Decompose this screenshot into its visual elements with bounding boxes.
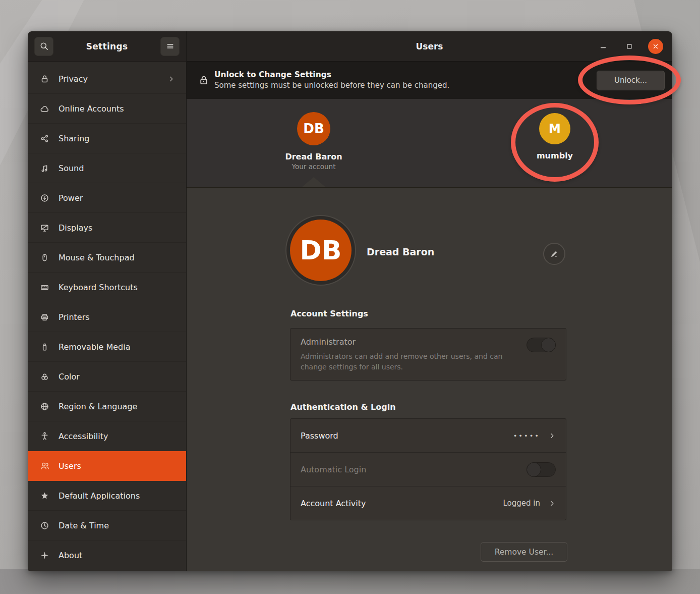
sidebar-item-color[interactable]: Color xyxy=(28,362,186,392)
sidebar-list: PrivacyOnline AccountsSharingSoundPowerD… xyxy=(28,62,186,571)
chevron-right-icon xyxy=(167,75,175,83)
sound-icon xyxy=(40,163,50,173)
sidebar-item-label: Privacy xyxy=(59,74,159,84)
maximize-button[interactable] xyxy=(622,39,637,54)
pencil-icon xyxy=(549,249,559,259)
row-account-activity[interactable]: Account ActivityLogged in xyxy=(290,487,566,520)
row-password[interactable]: Password••••• xyxy=(290,419,566,453)
chevron-right-icon xyxy=(548,432,556,440)
sidebar-item-region-language[interactable]: Region & Language xyxy=(28,392,186,421)
sidebar-item-keyboard-shortcuts[interactable]: Keyboard Shortcuts xyxy=(28,273,186,302)
close-icon xyxy=(652,42,660,50)
sidebar-item-users[interactable]: Users xyxy=(28,451,186,481)
printer-icon xyxy=(40,312,50,322)
row-label: Automatic Login xyxy=(301,465,527,474)
sidebar-item-accessibility[interactable]: Accessibility xyxy=(28,421,186,451)
cloud-icon xyxy=(40,103,50,114)
close-button[interactable] xyxy=(648,39,663,54)
keyboard-icon xyxy=(40,282,50,292)
power-icon xyxy=(40,193,50,203)
account-settings-heading: Account Settings xyxy=(290,309,368,318)
search-button[interactable] xyxy=(34,37,53,56)
administrator-toggle[interactable] xyxy=(527,338,556,352)
users-icon xyxy=(40,461,50,471)
minimize-button[interactable] xyxy=(596,39,611,54)
sidebar-item-label: Default Applications xyxy=(59,491,175,501)
user-chip-mumbly[interactable]: Mmumbly xyxy=(504,112,605,160)
administrator-label: Administrator xyxy=(301,337,556,347)
mouse-icon xyxy=(40,252,50,262)
lock-icon xyxy=(198,75,209,86)
unlock-banner-text: Unlock to Change Settings Some settings … xyxy=(214,69,592,91)
unlock-banner-subtitle: Some settings must be unlocked before th… xyxy=(214,80,592,91)
clock-icon xyxy=(40,520,50,530)
sidebar-item-label: Sound xyxy=(59,164,175,173)
sidebar-item-sound[interactable]: Sound xyxy=(28,153,186,183)
authentication-login-box: Password•••••Automatic LoginAccount Acti… xyxy=(290,418,566,520)
user-chip-dread-baron[interactable]: DBDread BaronYour account xyxy=(263,112,364,171)
sidebar-item-label: Color xyxy=(59,372,175,382)
content-header: Users xyxy=(187,31,672,62)
toggle-knob xyxy=(527,462,541,477)
sidebar-item-sharing[interactable]: Sharing xyxy=(28,124,186,153)
app-title: Settings xyxy=(86,41,128,51)
accessibility-icon xyxy=(40,431,50,441)
sidebar-item-default-applications[interactable]: Default Applications xyxy=(28,481,186,511)
unlock-banner: Unlock to Change Settings Some settings … xyxy=(187,62,672,99)
row-automatic-login[interactable]: Automatic Login xyxy=(290,453,566,487)
sidebar-item-online-accounts[interactable]: Online Accounts xyxy=(28,94,186,124)
administrator-description: Administrators can add and remove other … xyxy=(301,351,512,372)
sidebar-item-mouse-touchpad[interactable]: Mouse & Touchpad xyxy=(28,243,186,273)
minimize-icon xyxy=(599,42,607,50)
sidebar-item-label: Date & Time xyxy=(59,521,175,530)
maximize-icon xyxy=(626,43,633,50)
row-label: Password xyxy=(301,431,513,441)
authentication-login-heading: Authentication & Login xyxy=(290,402,396,412)
sidebar-item-printers[interactable]: Printers xyxy=(28,302,186,332)
search-icon xyxy=(39,41,49,51)
row-value: ••••• xyxy=(513,432,540,440)
display-icon xyxy=(40,223,50,233)
user-detail-panel: DB Dread Baron Account Settings Administ… xyxy=(187,188,672,571)
color-icon xyxy=(40,371,50,382)
unlock-button[interactable]: Unlock... xyxy=(597,71,665,90)
sidebar-item-about[interactable]: About xyxy=(28,541,186,570)
sidebar-header: Settings xyxy=(28,31,186,62)
lock-icon xyxy=(40,74,50,84)
user-avatar: DB xyxy=(297,112,330,145)
sidebar-item-label: Online Accounts xyxy=(59,104,175,114)
profile-name: Dread Baron xyxy=(367,246,434,257)
sidebar-item-removable-media[interactable]: Removable Media xyxy=(28,332,186,362)
sidebar-item-label: Mouse & Touchpad xyxy=(59,253,175,262)
sidebar-item-date-time[interactable]: Date & Time xyxy=(28,511,186,541)
sidebar-item-label: Region & Language xyxy=(59,402,175,411)
administrator-box: Administrator Administrators can add and… xyxy=(290,328,566,381)
profile-avatar: DB xyxy=(290,220,352,281)
sidebar-item-label: Power xyxy=(59,193,175,203)
user-chip-name: mumbly xyxy=(504,151,605,160)
wallpaper-bottom-strip xyxy=(0,569,700,594)
chevron-right-icon xyxy=(548,500,556,507)
automatic-login-toggle[interactable] xyxy=(527,462,556,477)
user-selector-strip: DBDread BaronYour accountMmumbly xyxy=(187,99,672,188)
edit-avatar-button[interactable] xyxy=(543,243,565,265)
share-icon xyxy=(40,133,50,143)
sidebar-item-label: Accessibility xyxy=(59,431,175,441)
user-avatar: M xyxy=(539,113,570,144)
star-icon xyxy=(40,491,50,501)
user-chip-name: Dread Baron xyxy=(263,152,364,161)
sidebar: Settings PrivacyOnline AccountsSharingSo… xyxy=(28,31,187,571)
content-pane: Users Unlock to Change Settings Some set… xyxy=(187,31,672,571)
sidebar-item-displays[interactable]: Displays xyxy=(28,213,186,243)
remove-user-button[interactable]: Remove User... xyxy=(481,542,567,562)
usb-icon xyxy=(40,342,50,352)
sidebar-item-power[interactable]: Power xyxy=(28,183,186,213)
row-value: Logged in xyxy=(503,499,540,508)
window-controls xyxy=(596,39,663,54)
sidebar-item-privacy[interactable]: Privacy xyxy=(28,64,186,94)
sidebar-item-label: Removable Media xyxy=(59,342,175,352)
sidebar-item-label: Keyboard Shortcuts xyxy=(59,283,175,292)
sidebar-item-label: Users xyxy=(59,461,175,471)
toggle-knob xyxy=(541,338,556,352)
menu-button[interactable] xyxy=(160,37,180,56)
